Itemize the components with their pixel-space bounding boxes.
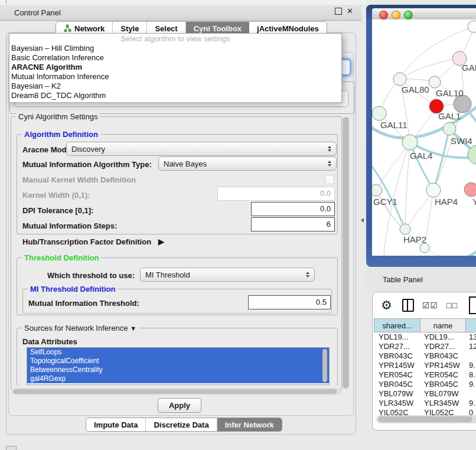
attributes-list-scrollbar[interactable]: [322, 349, 327, 382]
tab-select-label: Select: [155, 24, 177, 33]
table-header-row: shared... name: [374, 318, 476, 332]
dropdown-item[interactable]: Mutual Information Inference: [9, 72, 341, 81]
attribute-item[interactable]: BetweennessCentrality: [27, 366, 329, 374]
node-label: HAP4: [435, 197, 458, 207]
node-gal11[interactable]: [372, 106, 386, 120]
node-gal10[interactable]: [429, 76, 441, 88]
cell: [464, 351, 476, 361]
expand-arrow-icon: ▶: [158, 237, 165, 246]
algorithm-dropdown-popup: Select algorithm to view settings Bayesi…: [9, 33, 342, 103]
close-traffic-light[interactable]: [379, 11, 388, 19]
which-threshold-label: Which threshold to use:: [47, 271, 135, 280]
minimize-traffic-light[interactable]: [392, 11, 400, 19]
tab-discretize-data[interactable]: Discretize Data: [146, 418, 217, 431]
node-hap2[interactable]: [400, 224, 410, 234]
tab-jactivemnodules-label: jActiveMNodules: [257, 24, 319, 33]
tab-infer-network[interactable]: Infer Network: [217, 418, 282, 431]
mi-steps-field[interactable]: 6: [251, 217, 335, 231]
cell: YBR043C: [419, 351, 464, 361]
column-header-partial[interactable]: [466, 318, 476, 332]
table-row[interactable]: YER054C YER054C 8.: [374, 370, 476, 380]
table-hscroll-thumb[interactable]: [378, 416, 472, 422]
sources-group-title[interactable]: Sources for Network Inference ▼: [22, 324, 139, 332]
apply-button[interactable]: Apply: [158, 398, 201, 413]
cell: YDR27...: [419, 342, 464, 351]
dropdown-item[interactable]: Bayesian – K2: [9, 81, 341, 91]
float-panel-icon[interactable]: [335, 8, 342, 15]
which-threshold-combo[interactable]: MI Threshold: [140, 268, 315, 282]
cell: YPR145W: [374, 361, 419, 370]
cell: 12: [464, 342, 476, 351]
cell: YPR145W: [419, 361, 464, 370]
zoom-traffic-light[interactable]: [404, 11, 413, 19]
node-label: HAP2: [403, 234, 426, 244]
algorithm-definition-title: Algorithm Definition: [22, 130, 100, 139]
new-table-icon[interactable]: [469, 296, 476, 314]
table-row[interactable]: YLR345W YLR345W 9.: [374, 399, 476, 408]
node-gal80[interactable]: [393, 73, 406, 86]
kernel-width-field[interactable]: 0.0: [217, 187, 335, 201]
network-canvas[interactable]: GAL GAL80 GAL10 GAL1 GAL11 SWI4 GAL4 GCY…: [372, 19, 476, 256]
table-row[interactable]: YBR043C YBR043C: [374, 351, 476, 361]
docked-panel-icon[interactable]: [6, 446, 17, 450]
column-header-name[interactable]: name: [420, 318, 466, 332]
cell: YLR345W: [374, 399, 419, 408]
attribute-item[interactable]: TopologicalCoefficient: [27, 357, 329, 366]
table-row[interactable]: YBL079W YBL079W: [374, 389, 476, 399]
table-row[interactable]: YDR27... YDR27... 12: [374, 342, 476, 351]
node-unlabeled[interactable]: [468, 21, 476, 32]
column-layout-icon[interactable]: [402, 299, 414, 312]
mi-threshold-label: Mutual Information Threshold:: [28, 299, 139, 308]
node-label: GAL: [462, 63, 476, 73]
node-swi4[interactable]: [443, 122, 456, 135]
table-row[interactable]: YPR145W YPR145W 9.: [374, 361, 476, 370]
control-panel-titlebar: Control Panel ✕: [0, 5, 361, 21]
node-salmon[interactable]: [464, 182, 476, 197]
node-gcy1[interactable]: [372, 184, 382, 196]
settings-hscroll-thumb[interactable]: [13, 389, 337, 394]
tab-impute-data[interactable]: Impute Data: [86, 418, 146, 431]
dropdown-item[interactable]: Basic Correlation Inference: [9, 53, 341, 63]
node-label: GCY1: [373, 197, 397, 207]
node-gal4[interactable]: [402, 135, 418, 150]
cell: YDR27...: [374, 342, 419, 351]
deselect-all-checkboxes-icon[interactable]: □□: [446, 301, 458, 310]
kernel-width-label: Kernel Width (0,1):: [22, 191, 90, 200]
table-row[interactable]: YBR045C YBR045C 9.: [374, 380, 476, 389]
attribute-item[interactable]: gal4RGexp: [27, 374, 329, 383]
manual-kernel-checkbox[interactable]: [325, 175, 334, 184]
dropdown-item[interactable]: Dream8 DC_TDC Algorithm: [9, 91, 341, 100]
node-small-green[interactable]: [420, 243, 429, 253]
close-icon[interactable]: ✕: [347, 8, 353, 15]
aracne-mode-combo[interactable]: Discovery: [66, 142, 337, 156]
data-attributes-list[interactable]: SelfLoops TopologicalCoefficient Between…: [27, 347, 330, 385]
table-row[interactable]: YDL19... YDL19... 13: [374, 332, 476, 342]
cell: YBR043C: [374, 351, 419, 361]
column-header-shared-name[interactable]: shared...: [374, 318, 420, 332]
dropdown-item-selected[interactable]: ARACNE Algorithm: [9, 63, 341, 72]
cell: YDL19...: [419, 332, 464, 342]
mi-threshold-field[interactable]: 0.5: [248, 295, 331, 309]
attribute-item[interactable]: SelfLoops: [27, 348, 329, 357]
cell: YBR045C: [374, 380, 419, 389]
select-all-checkboxes-icon[interactable]: ☑☑: [422, 301, 438, 310]
node-hap4[interactable]: [426, 183, 441, 197]
cell: YER054C: [374, 370, 419, 380]
table-horizontal-scrollbar[interactable]: [376, 415, 476, 423]
dpi-tolerance-field[interactable]: 0.0: [251, 202, 335, 216]
dropdown-item[interactable]: Bayesian – Hill Climbing: [9, 44, 341, 53]
aracne-mode-value: Discovery: [71, 145, 105, 154]
settings-vertical-scrollbar[interactable]: [343, 117, 349, 389]
mi-type-combo[interactable]: Naive Bayes: [158, 156, 337, 171]
cell: [464, 389, 476, 399]
network-window-titlebar[interactable]: [372, 8, 476, 20]
gear-icon[interactable]: ⚙: [381, 298, 392, 312]
node-label: Y: [472, 197, 476, 207]
settings-horizontal-scrollbar[interactable]: [12, 388, 341, 395]
cell: 8.: [464, 370, 476, 380]
cell: YDL19...: [374, 332, 419, 342]
hub-definition-toggle[interactable]: Hub/Transcription Factor Definition ▶: [22, 237, 165, 246]
hub-definition-label: Hub/Transcription Factor Definition: [22, 237, 151, 246]
which-threshold-value: MI Threshold: [145, 270, 190, 279]
split-pane-collapse-arrow[interactable]: [361, 218, 364, 223]
